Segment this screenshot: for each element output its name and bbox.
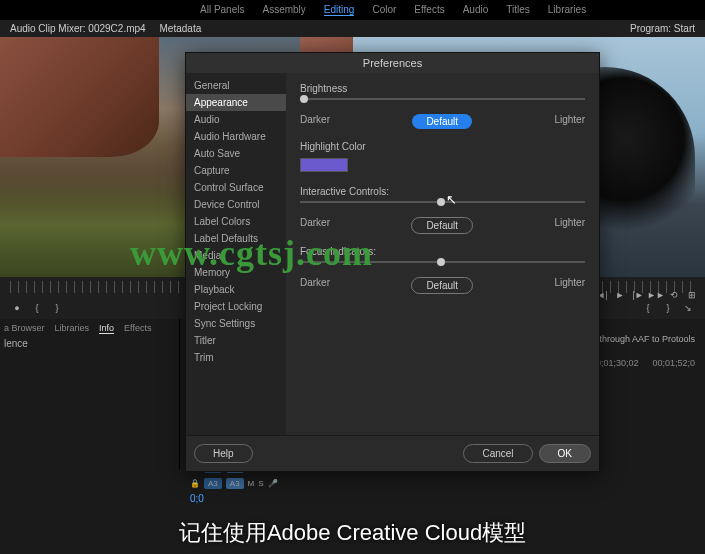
brightness-default-button[interactable]: Default — [412, 114, 472, 129]
pref-cat-sync-settings[interactable]: Sync Settings — [186, 315, 286, 332]
highlight-swatch[interactable] — [300, 158, 348, 172]
focus-label: Focus Indicators: — [300, 246, 585, 257]
pref-cat-general[interactable]: General — [186, 77, 286, 94]
subtitle: 记住使用Adobe Creative Cloud模型 — [0, 518, 705, 548]
focus-darker: Darker — [300, 277, 330, 294]
dialog-title: Preferences — [186, 53, 599, 73]
tab-editing[interactable]: Editing — [324, 4, 355, 16]
pref-cat-audio-hardware[interactable]: Audio Hardware — [186, 128, 286, 145]
workspace-tabs: All Panels Assembly Editing Color Effect… — [0, 0, 705, 20]
preferences-sidebar: General Appearance Audio Audio Hardware … — [186, 73, 286, 435]
tab-all-panels[interactable]: All Panels — [200, 4, 244, 16]
tc-3: 00;01;52;0 — [652, 358, 695, 368]
browser-panel: a Browser Libraries Info Effects lence — [0, 319, 180, 469]
dialog-footer: Help Cancel OK — [186, 435, 599, 471]
tab-info[interactable]: Info — [99, 323, 114, 334]
tab-libraries[interactable]: Libraries — [548, 4, 586, 16]
pref-cat-label-defaults[interactable]: Label Defaults — [186, 230, 286, 247]
tab-libraries2[interactable]: Libraries — [55, 323, 90, 334]
focus-default-button[interactable]: Default — [411, 277, 473, 294]
pref-cat-project-locking[interactable]: Project Locking — [186, 298, 286, 315]
interactive-lighter: Lighter — [554, 217, 585, 234]
track-tag[interactable]: A3 — [204, 478, 222, 489]
mic-icon[interactable]: 🎤 — [268, 479, 278, 488]
preferences-content: Brightness Darker Default Lighter Highli… — [286, 73, 599, 435]
metadata-tab[interactable]: Metadata — [160, 23, 202, 34]
program-label: Program: Start — [630, 23, 695, 34]
cancel-button[interactable]: Cancel — [463, 444, 532, 463]
overwrite-icon[interactable]: } — [661, 301, 675, 315]
tab-titles[interactable]: Titles — [506, 4, 530, 16]
pref-cat-capture[interactable]: Capture — [186, 162, 286, 179]
browser-tabs: a Browser Libraries Info Effects — [4, 323, 175, 334]
p-step-fwd-icon[interactable]: |► — [631, 288, 645, 302]
preferences-dialog: Preferences General Appearance Audio Aud… — [185, 52, 600, 472]
ok-button[interactable]: OK — [539, 444, 591, 463]
pref-cat-audio[interactable]: Audio — [186, 111, 286, 128]
mute-button[interactable]: M — [248, 479, 255, 488]
help-button[interactable]: Help — [194, 444, 253, 463]
tab-audio[interactable]: Audio — [463, 4, 489, 16]
interactive-label: Interactive Controls: — [300, 186, 585, 197]
interactive-slider[interactable] — [300, 201, 585, 203]
interactive-darker: Darker — [300, 217, 330, 234]
tab-browser[interactable]: a Browser — [4, 323, 45, 334]
pref-cat-playback[interactable]: Playback — [186, 281, 286, 298]
pref-cat-trim[interactable]: Trim — [186, 349, 286, 366]
p-next-icon[interactable]: ►► — [649, 288, 663, 302]
track-target[interactable]: A3 — [226, 478, 244, 489]
top-info-bar: Audio Clip Mixer: 0029C2.mp4 Metadata Pr… — [0, 20, 705, 37]
p-loop-icon[interactable]: ⟲ — [667, 288, 681, 302]
pref-cat-device-control[interactable]: Device Control — [186, 196, 286, 213]
mark-in-icon[interactable]: { — [30, 301, 44, 315]
pref-cat-appearance[interactable]: Appearance — [186, 94, 286, 111]
brightness-label: Brightness — [300, 83, 585, 94]
brightness-darker: Darker — [300, 114, 330, 129]
p-play-icon[interactable]: ► — [613, 288, 627, 302]
tab-assembly[interactable]: Assembly — [262, 4, 305, 16]
pref-cat-auto-save[interactable]: Auto Save — [186, 145, 286, 162]
export-frame-icon[interactable]: ↘ — [681, 301, 695, 315]
track-a3[interactable]: 🔒 A3 A3 M S 🎤 — [190, 475, 470, 491]
highlight-label: Highlight Color — [300, 141, 585, 152]
tab-color[interactable]: Color — [372, 4, 396, 16]
focus-slider[interactable] — [300, 261, 585, 263]
insert-icon[interactable]: { — [641, 301, 655, 315]
tab-effects2[interactable]: Effects — [124, 323, 151, 334]
timeline-timecode[interactable]: 0;0 — [190, 493, 470, 504]
pref-cat-media[interactable]: Media — [186, 247, 286, 264]
mark-out-icon[interactable]: } — [50, 301, 64, 315]
pref-cat-label-colors[interactable]: Label Colors — [186, 213, 286, 230]
pref-cat-control-surface[interactable]: Control Surface — [186, 179, 286, 196]
add-marker-icon[interactable]: ● — [10, 301, 24, 315]
interactive-default-button[interactable]: Default — [411, 217, 473, 234]
tab-effects[interactable]: Effects — [414, 4, 444, 16]
brightness-slider[interactable] — [300, 98, 585, 100]
pref-cat-memory[interactable]: Memory — [186, 264, 286, 281]
info-content: lence — [4, 338, 175, 349]
brightness-lighter: Lighter — [554, 114, 585, 129]
p-safe-icon[interactable]: ⊞ — [685, 288, 699, 302]
focus-lighter: Lighter — [554, 277, 585, 294]
lock-icon[interactable]: 🔒 — [190, 479, 200, 488]
audio-clip-mixer-label: Audio Clip Mixer: 0029C2.mp4 — [10, 23, 146, 34]
pref-cat-titler[interactable]: Titler — [186, 332, 286, 349]
solo-button[interactable]: S — [258, 479, 263, 488]
